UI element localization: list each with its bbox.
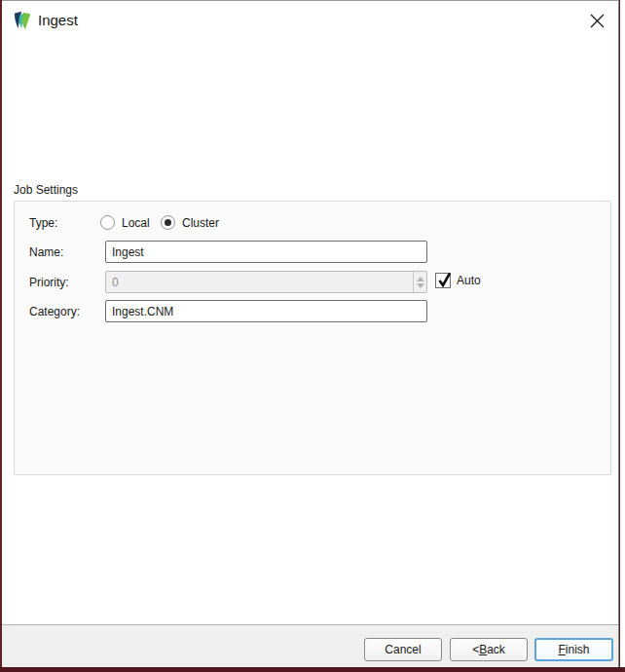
radio-option-cluster[interactable]: Cluster: [161, 215, 219, 230]
type-label: Type:: [29, 216, 57, 230]
title-bar[interactable]: Ingest: [2, 1, 618, 40]
back-button[interactable]: < Back: [450, 638, 528, 661]
footer-bar: Cancel < Back Finish: [2, 625, 618, 668]
ingest-dialog-window: Ingest Job Settings Type: Local Cluster …: [2, 0, 619, 667]
close-icon[interactable]: [587, 11, 607, 30]
name-label: Name:: [29, 245, 63, 259]
auto-checkbox-label[interactable]: Auto: [457, 274, 481, 287]
finish-button-rest: inish: [566, 643, 590, 656]
job-settings-group-title: Job Settings: [14, 183, 78, 197]
auto-checkbox[interactable]: [435, 273, 451, 288]
radio-label-cluster[interactable]: Cluster: [182, 216, 219, 230]
background-backdrop: [620, 0, 625, 667]
name-input[interactable]: [105, 241, 427, 263]
spin-down-icon: [417, 283, 424, 288]
category-input[interactable]: [105, 300, 427, 322]
radio-label-local[interactable]: Local: [122, 216, 150, 230]
priority-spinbox[interactable]: [105, 271, 427, 293]
radio-button-cluster[interactable]: [161, 215, 175, 230]
back-button-accel: B: [479, 643, 487, 656]
cancel-button[interactable]: Cancel: [364, 638, 442, 661]
background-bottom-strip: [0, 667, 625, 672]
priority-input: [105, 271, 427, 293]
back-button-prefix: <: [472, 643, 479, 656]
auto-checkbox-item[interactable]: Auto: [435, 273, 481, 288]
app-logo-icon: [12, 10, 33, 31]
finish-button[interactable]: Finish: [534, 638, 613, 661]
spin-up-icon: [417, 277, 424, 281]
radio-option-local[interactable]: Local: [100, 215, 150, 230]
priority-spin-buttons: [413, 272, 426, 292]
category-label: Category:: [29, 305, 80, 318]
radio-button-local[interactable]: [100, 215, 115, 230]
back-button-rest: ack: [487, 643, 505, 656]
priority-label: Priority:: [29, 276, 69, 289]
finish-button-accel: F: [558, 643, 565, 656]
window-title: Ingest: [38, 12, 78, 28]
